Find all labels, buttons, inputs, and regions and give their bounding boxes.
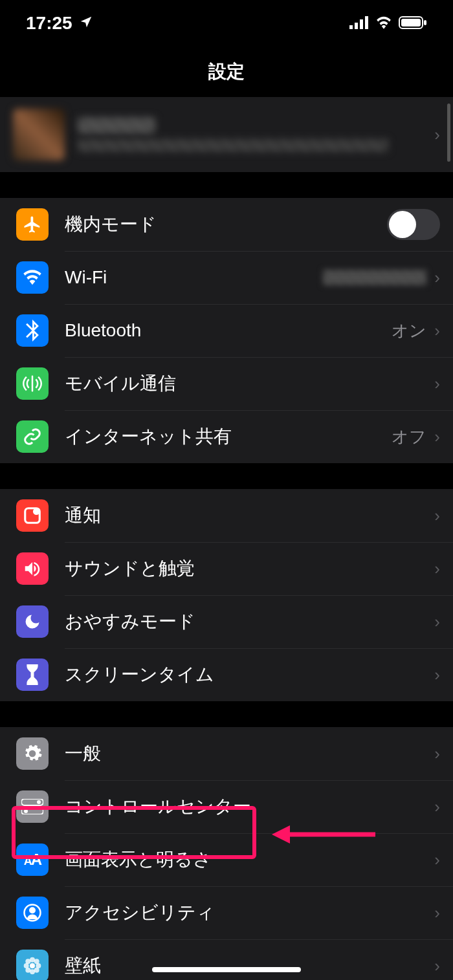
sounds-icon <box>16 552 49 585</box>
accessibility-label: アクセシビリティ <box>65 900 434 925</box>
notifications-label: 通知 <box>65 503 434 528</box>
general-label: 一般 <box>65 741 434 766</box>
svg-rect-1 <box>355 23 358 29</box>
svg-rect-6 <box>424 20 426 25</box>
notifications-icon <box>16 499 49 532</box>
svg-point-8 <box>34 509 39 514</box>
dnd-label: おやすみモード <box>65 609 434 634</box>
chevron-right-icon: › <box>434 612 440 632</box>
sounds-row[interactable]: サウンドと触覚› <box>0 542 453 595</box>
cellular-row[interactable]: モバイル通信› <box>0 357 453 410</box>
airplane-label: 機内モード <box>65 212 387 237</box>
airplane-toggle[interactable] <box>387 209 440 240</box>
wifi-label: Wi-Fi <box>65 267 323 288</box>
wallpaper-row[interactable]: 壁紙› <box>0 939 453 980</box>
svg-point-12 <box>24 809 28 813</box>
airplane-icon <box>16 208 49 241</box>
signal-icon <box>349 13 369 34</box>
apple-id-row[interactable]: › <box>0 97 453 172</box>
display-label: 画面表示と明るさ <box>65 847 434 872</box>
screentime-label: スクリーンタイム <box>65 662 434 687</box>
svg-point-14 <box>30 908 35 913</box>
notifications-row[interactable]: 通知› <box>0 489 453 542</box>
svg-point-23 <box>34 968 39 973</box>
svg-point-21 <box>34 959 39 964</box>
svg-rect-3 <box>365 16 368 29</box>
chevron-right-icon: › <box>434 797 440 817</box>
accessibility-icon <box>16 897 49 929</box>
chevron-right-icon: › <box>434 559 440 579</box>
chevron-right-icon: › <box>434 321 440 341</box>
avatar <box>13 109 65 160</box>
chevron-right-icon: › <box>434 956 440 976</box>
chevron-right-icon: › <box>434 903 440 923</box>
chevron-right-icon: › <box>434 744 440 764</box>
hotspot-row[interactable]: インターネット共有オフ› <box>0 410 453 463</box>
location-icon <box>79 13 93 34</box>
screentime-icon <box>16 659 49 691</box>
sounds-label: サウンドと触覚 <box>65 556 434 581</box>
svg-point-15 <box>30 963 35 968</box>
chevron-right-icon: › <box>434 374 440 394</box>
display-icon: AA <box>16 844 49 876</box>
profile-subtitle-blurred <box>78 139 388 152</box>
bluetooth-row[interactable]: Bluetoothオン› <box>0 304 453 357</box>
airplane-row[interactable]: 機内モード <box>0 198 453 251</box>
page-title: 設定 <box>0 40 453 97</box>
chevron-right-icon: › <box>434 506 440 526</box>
wifi-row[interactable]: Wi-Fi› <box>0 251 453 304</box>
general-icon <box>16 737 49 770</box>
general-row[interactable]: 一般› <box>0 727 453 780</box>
scroll-indicator <box>447 103 450 162</box>
display-row[interactable]: AA画面表示と明るさ› <box>0 833 453 886</box>
svg-rect-0 <box>349 25 353 29</box>
chevron-right-icon: › <box>434 665 440 685</box>
svg-point-22 <box>25 968 30 973</box>
svg-point-20 <box>25 959 30 964</box>
hotspot-label: インターネット共有 <box>65 424 392 449</box>
bluetooth-value: オン <box>392 320 426 342</box>
svg-rect-5 <box>401 19 421 27</box>
dnd-row[interactable]: おやすみモード› <box>0 595 453 648</box>
cellular-icon <box>16 367 49 400</box>
controlcenter-label: コントロールセンター <box>65 794 434 819</box>
accessibility-row[interactable]: アクセシビリティ› <box>0 886 453 939</box>
controlcenter-icon <box>16 790 49 823</box>
chevron-right-icon: › <box>434 850 440 870</box>
status-bar: 17:25 <box>0 0 453 40</box>
wifi-icon <box>16 261 49 294</box>
bluetooth-icon <box>16 314 49 347</box>
wallpaper-label: 壁紙 <box>65 953 434 978</box>
screentime-row[interactable]: スクリーンタイム› <box>0 648 453 701</box>
wifi-icon <box>375 13 392 34</box>
chevron-right-icon: › <box>434 268 440 288</box>
dnd-icon <box>16 605 49 638</box>
profile-name-blurred <box>78 117 155 134</box>
chevron-right-icon: › <box>434 427 440 447</box>
cellular-label: モバイル通信 <box>65 371 434 396</box>
svg-rect-2 <box>360 19 363 29</box>
bluetooth-label: Bluetooth <box>65 320 392 341</box>
svg-point-10 <box>37 800 41 804</box>
controlcenter-row[interactable]: コントロールセンター› <box>0 780 453 833</box>
chevron-right-icon: › <box>434 125 440 145</box>
wifi-value-blurred <box>323 270 426 285</box>
battery-icon <box>399 13 427 34</box>
hotspot-value: オフ <box>392 426 426 448</box>
hotspot-icon <box>16 420 49 453</box>
status-time: 17:25 <box>26 13 72 34</box>
wallpaper-icon <box>16 950 49 980</box>
home-indicator <box>152 967 301 972</box>
